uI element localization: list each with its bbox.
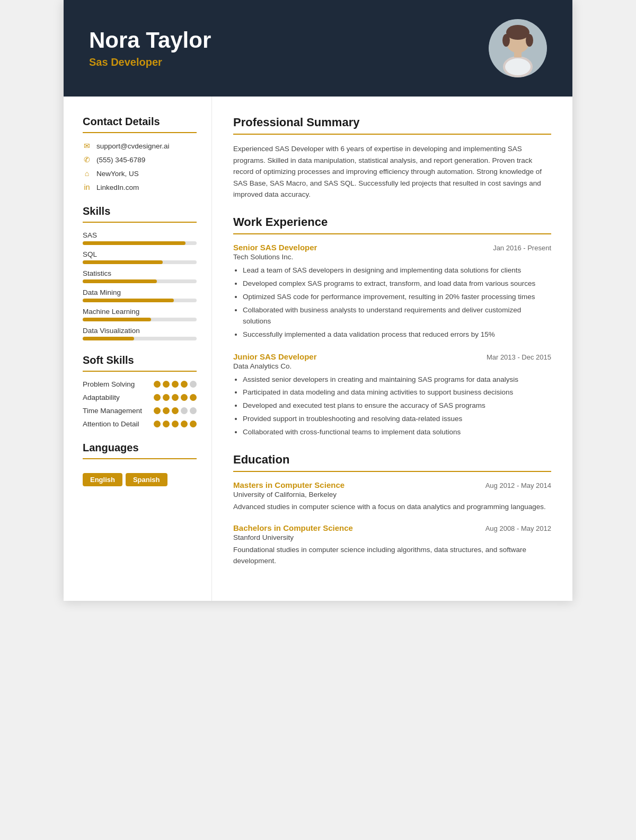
left-column: Contact Details ✉ support@cvdesigner.ai …: [64, 97, 212, 601]
job-bullet: Assisted senior developers in creating a…: [243, 374, 551, 386]
soft-skill-item: Attention to Detail: [83, 420, 197, 428]
work-section-title: Work Experience: [233, 215, 551, 229]
skill-bar-fill: [83, 279, 157, 283]
languages-divider: [83, 458, 197, 459]
skill-name: Statistics: [83, 269, 197, 277]
avatar: [489, 19, 547, 77]
job-bullet: Collaborated with business analysts to u…: [243, 305, 551, 327]
education-section-title: Education: [233, 453, 551, 467]
edu-dates: Aug 2012 - May 2014: [485, 482, 551, 489]
job-bullets: Lead a team of SAS developers in designi…: [233, 265, 551, 340]
education-divider: [233, 471, 551, 472]
skills-divider: [83, 222, 197, 223]
skill-dot: [181, 381, 188, 388]
svg-rect-6: [514, 51, 522, 57]
skill-item: Machine Learning: [83, 308, 197, 321]
linkedin-icon: in: [83, 183, 91, 191]
skill-item: Data Visualization: [83, 327, 197, 340]
svg-point-5: [526, 34, 533, 47]
skill-dot: [154, 381, 161, 388]
contact-email: ✉ support@cvdesigner.ai: [83, 142, 197, 150]
skill-bar-track: [83, 299, 197, 302]
education-block: Masters in Computer Science Aug 2012 - M…: [233, 480, 551, 513]
soft-skill-item: Problem Solving: [83, 380, 197, 388]
skill-bar-track: [83, 260, 197, 264]
edu-desc: Foundational studies in computer science…: [233, 545, 551, 567]
skill-name: Machine Learning: [83, 308, 197, 316]
location-icon: ⌂: [83, 169, 91, 178]
education-block: Bachelors in Computer Science Aug 2008 -…: [233, 523, 551, 567]
languages-section: Languages EnglishSpanish: [83, 442, 197, 486]
skill-dot: [154, 421, 161, 427]
languages-section-title: Languages: [83, 442, 197, 454]
language-tag: English: [83, 473, 122, 486]
skill-bar-track: [83, 241, 197, 245]
skill-dot: [172, 421, 179, 427]
soft-skill-name: Problem Solving: [83, 380, 154, 388]
skill-dot: [154, 394, 161, 401]
work-experience-section: Work Experience Senior SAS Developer Jan…: [233, 215, 551, 438]
summary-section-title: Professional Summary: [233, 116, 551, 129]
edu-header: Bachelors in Computer Science Aug 2008 -…: [233, 523, 551, 532]
soft-skills-divider: [83, 371, 197, 372]
jobs-list: Senior SAS Developer Jan 2016 - Present …: [233, 243, 551, 438]
skill-item: SQL: [83, 250, 197, 264]
skills-list: SAS SQL Statistics Data Mining Machine L…: [83, 231, 197, 340]
skill-bar-fill: [83, 241, 186, 245]
skill-item: SAS: [83, 231, 197, 245]
skill-name: Data Mining: [83, 288, 197, 296]
location-value: NewYork, US: [96, 170, 139, 178]
soft-skill-item: Time Management: [83, 407, 197, 415]
phone-icon: ✆: [83, 155, 91, 164]
job-title: Junior SAS Developer: [233, 352, 317, 361]
email-value: support@cvdesigner.ai: [96, 142, 170, 150]
skill-dots: [154, 421, 197, 427]
skill-dot: [181, 407, 188, 414]
edu-header: Masters in Computer Science Aug 2012 - M…: [233, 480, 551, 489]
skill-dot: [172, 394, 179, 401]
job-bullet: Developed and executed test plans to ens…: [243, 400, 551, 412]
soft-skill-name: Adaptability: [83, 393, 154, 401]
edu-school: University of California, Berkeley: [233, 491, 551, 498]
header: Nora Taylor Sas Developer: [64, 0, 572, 97]
job-company: Data Analytics Co.: [233, 362, 551, 370]
skill-bar-track: [83, 318, 197, 321]
skill-dot: [163, 394, 170, 401]
soft-skill-name: Time Management: [83, 407, 154, 415]
phone-value: (555) 345-6789: [96, 156, 145, 164]
contact-location: ⌂ NewYork, US: [83, 169, 197, 178]
soft-skill-item: Adaptability: [83, 393, 197, 401]
skills-section: Skills SAS SQL Statistics Data Mining Ma: [83, 205, 197, 340]
language-tag: Spanish: [126, 473, 167, 486]
skills-section-title: Skills: [83, 205, 197, 217]
resume-wrapper: Nora Taylor Sas Developer: [64, 0, 572, 601]
job-header: Junior SAS Developer Mar 2013 - Dec 2015: [233, 352, 551, 361]
job-bullet: Developed complex SAS programs to extrac…: [243, 278, 551, 290]
soft-skills-list: Problem Solving Adaptability Time Manage…: [83, 380, 197, 428]
skill-dot: [181, 394, 188, 401]
svg-point-3: [506, 25, 529, 40]
job-title: Senior SAS Developer: [233, 243, 317, 252]
skill-item: Statistics: [83, 269, 197, 283]
job-dates: Mar 2013 - Dec 2015: [487, 353, 551, 361]
skill-name: SAS: [83, 231, 197, 239]
contact-phone: ✆ (555) 345-6789: [83, 155, 197, 164]
candidate-title: Sas Developer: [89, 56, 211, 68]
skill-dot: [163, 381, 170, 388]
languages-list: EnglishSpanish: [83, 468, 197, 486]
skill-dot: [190, 394, 197, 401]
skill-bar-fill: [83, 337, 134, 340]
soft-skill-name: Attention to Detail: [83, 420, 154, 428]
skill-dots: [154, 381, 197, 388]
skill-item: Data Mining: [83, 288, 197, 302]
skill-dots: [154, 407, 197, 414]
job-block: Senior SAS Developer Jan 2016 - Present …: [233, 243, 551, 340]
job-bullet: Optimized SAS code for performance impro…: [243, 292, 551, 303]
summary-text: Experienced SAS Developer with 6 years o…: [233, 143, 551, 200]
svg-point-4: [502, 34, 510, 47]
body: Contact Details ✉ support@cvdesigner.ai …: [64, 97, 572, 601]
skill-dot: [154, 407, 161, 414]
job-company: Tech Solutions Inc.: [233, 253, 551, 261]
job-bullets: Assisted senior developers in creating a…: [233, 374, 551, 439]
contact-linkedin: in LinkedIn.com: [83, 183, 197, 191]
